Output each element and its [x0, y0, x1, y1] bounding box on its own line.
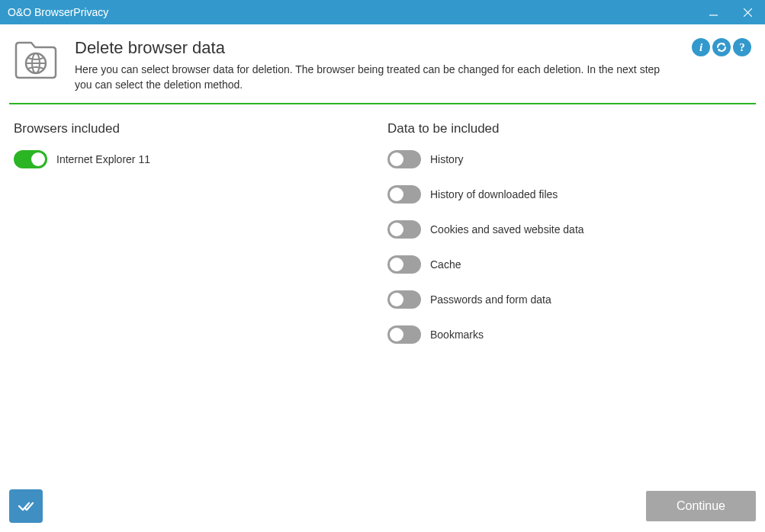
toggle-knob: [390, 223, 403, 236]
data-label: History: [430, 153, 464, 165]
data-column: Data to be included History History of d…: [387, 121, 751, 361]
content-area: Browsers included Internet Explorer 11 D…: [0, 104, 765, 377]
check-all-button[interactable]: [9, 489, 43, 523]
browser-toggle-ie11[interactable]: [14, 150, 47, 168]
data-row: Cache: [387, 255, 751, 274]
refresh-icon: [715, 41, 728, 53]
data-toggle-history[interactable]: [387, 150, 421, 168]
toggle-knob: [390, 152, 403, 166]
data-label: Passwords and form data: [430, 293, 551, 306]
help-icon: ?: [739, 41, 745, 54]
info-button[interactable]: i: [692, 38, 710, 56]
folder-globe-icon: [14, 38, 58, 81]
page-title: Delete browser data: [75, 38, 692, 58]
data-label: Bookmarks: [430, 328, 484, 341]
titlebar: O&O BrowserPrivacy: [0, 0, 765, 24]
header-section: Delete browser data Here you can select …: [0, 24, 765, 103]
data-row: Cookies and saved website data: [387, 220, 751, 239]
minimize-button[interactable]: [696, 0, 731, 24]
minimize-icon: [709, 8, 718, 17]
data-toggle-passwords[interactable]: [387, 290, 421, 309]
continue-button[interactable]: Continue: [646, 491, 756, 521]
toggle-knob: [390, 293, 403, 306]
close-icon: [744, 8, 752, 17]
data-toggle-downloaded-history[interactable]: [387, 185, 421, 204]
browsers-column: Browsers included Internet Explorer 11: [14, 121, 387, 361]
toggle-knob: [390, 328, 403, 341]
data-row: Passwords and form data: [387, 290, 751, 309]
toggle-knob: [390, 258, 403, 271]
browsers-section-title: Browsers included: [14, 121, 387, 136]
data-row: History: [387, 150, 751, 168]
data-toggle-cache[interactable]: [387, 255, 421, 274]
double-check-icon: [17, 497, 35, 515]
browser-label: Internet Explorer 11: [56, 153, 150, 165]
toggle-knob: [31, 152, 45, 166]
data-label: Cookies and saved website data: [430, 223, 584, 236]
data-label: History of downloaded files: [430, 188, 558, 200]
info-icon: i: [699, 41, 702, 54]
data-label: Cache: [430, 258, 461, 271]
data-toggle-bookmarks[interactable]: [387, 325, 421, 344]
data-row: Bookmarks: [387, 325, 751, 344]
data-toggle-cookies[interactable]: [387, 220, 421, 239]
page-description: Here you can select browser data for del…: [75, 62, 677, 92]
header-action-icons: i ?: [692, 38, 751, 56]
footer: Continue: [9, 489, 756, 523]
browser-row: Internet Explorer 11: [14, 150, 387, 168]
window-controls: [696, 0, 765, 24]
toggle-knob: [390, 187, 403, 201]
refresh-button[interactable]: [712, 38, 731, 56]
header-text: Delete browser data Here you can select …: [75, 38, 692, 92]
help-button[interactable]: ?: [733, 38, 751, 56]
close-button[interactable]: [731, 0, 765, 24]
data-section-title: Data to be included: [387, 121, 751, 136]
data-row: History of downloaded files: [387, 185, 751, 204]
app-title: O&O BrowserPrivacy: [8, 6, 696, 18]
